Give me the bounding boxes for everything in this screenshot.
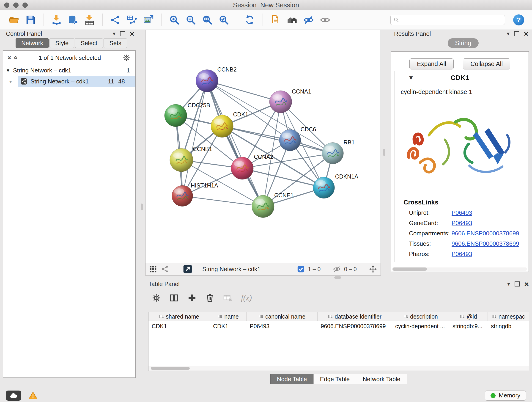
table-cell[interactable]: stringdb:9...	[449, 323, 488, 330]
network-edge[interactable]	[207, 81, 280, 102]
new-network-button[interactable]	[108, 13, 123, 27]
hide-selected-button[interactable]	[301, 13, 316, 27]
close-panel-icon[interactable]: ×	[524, 280, 529, 288]
tab-edge-table[interactable]: Edge Table	[313, 374, 356, 384]
first-neighbors-button[interactable]	[285, 13, 299, 27]
panel-menu-icon[interactable]: ▾	[113, 31, 115, 36]
minimize-window-button[interactable]	[13, 2, 19, 8]
save-session-button[interactable]	[23, 13, 38, 27]
export-image-button[interactable]	[141, 13, 156, 27]
open-document-button[interactable]	[268, 13, 283, 27]
network-node-RB1[interactable]	[322, 143, 343, 164]
panel-menu-icon[interactable]: ▾	[507, 31, 510, 36]
import-network-file-button[interactable]	[49, 13, 64, 27]
zoom-selected-button[interactable]	[216, 13, 231, 27]
close-panel-icon[interactable]: ×	[524, 30, 528, 38]
close-window-button[interactable]	[4, 2, 9, 8]
network-node-CCNA1[interactable]	[269, 90, 292, 113]
tab-select[interactable]: Select	[75, 38, 103, 48]
table-cell[interactable]: CDK1	[148, 323, 210, 330]
maximize-window-button[interactable]	[22, 2, 28, 8]
column-header[interactable]: canonical name	[247, 312, 317, 321]
network-node-CCNB1[interactable]	[170, 148, 193, 172]
new-network-from-table-button[interactable]	[125, 13, 139, 27]
crosslink-link[interactable]: P06493	[452, 220, 472, 227]
table-cell[interactable]: 9606.ENSP00000378699	[317, 323, 392, 330]
network-row[interactable]: ● String Network – cdk1 11 48	[3, 76, 135, 87]
tab-network[interactable]: Network	[16, 38, 49, 48]
network-node-CDK1[interactable]	[211, 115, 233, 138]
network-edge[interactable]	[222, 126, 333, 153]
crosslink-link[interactable]: 9606.ENSP00000378699	[452, 240, 519, 247]
network-node-CCNB2[interactable]	[196, 70, 218, 92]
left-splitter-handle[interactable]	[141, 204, 143, 211]
memory-button[interactable]: Memory	[485, 390, 526, 401]
collapse-card-icon[interactable]: ▼	[408, 74, 414, 81]
network-node-CCNE1[interactable]	[252, 195, 274, 218]
table-cell[interactable]: P06493	[247, 323, 317, 330]
crosslink-link[interactable]: 9606.ENSP00000378699	[452, 230, 519, 237]
add-column-icon[interactable]	[187, 293, 196, 303]
help-button[interactable]: ?	[513, 14, 524, 26]
pan-move-icon[interactable]	[369, 265, 377, 273]
zoom-in-button[interactable]	[167, 13, 182, 27]
close-panel-icon[interactable]: ×	[130, 30, 134, 38]
network-node-HIST1H1A[interactable]	[172, 185, 193, 206]
column-header[interactable]: shared name	[148, 312, 210, 321]
import-table-button[interactable]	[82, 13, 97, 27]
network-options-button[interactable]	[123, 54, 130, 62]
gene-card-header[interactable]: ▼ CDK1	[395, 71, 525, 84]
column-header[interactable]: database identifier	[317, 312, 392, 321]
selected-checkbox-icon[interactable]	[297, 265, 305, 273]
apply-layout-button[interactable]	[242, 13, 257, 27]
collapse-all-button[interactable]: Collapse All	[463, 58, 510, 70]
import-network-database-button[interactable]	[66, 13, 80, 27]
column-header[interactable]: namespac	[488, 312, 529, 321]
expand-all-icon[interactable]: »	[11, 56, 19, 60]
network-edge[interactable]	[182, 196, 263, 206]
network-node-CCNA2[interactable]	[231, 157, 253, 179]
selected-network-row[interactable]: String Network – cdk1 11 48	[18, 76, 135, 87]
column-header[interactable]: name	[210, 312, 247, 321]
tab-network-table[interactable]: Network Table	[356, 374, 407, 384]
float-panel-icon[interactable]	[514, 31, 519, 36]
network-edge[interactable]	[182, 81, 207, 196]
results-scrollbar-thumb[interactable]	[393, 268, 427, 271]
network-node-CDKN1A[interactable]	[313, 177, 335, 198]
table-row[interactable]: CDK1CDK1P064939606.ENSP00000378699cyclin…	[148, 321, 529, 331]
panel-menu-icon[interactable]: ▾	[507, 281, 510, 287]
network-overview-icon[interactable]	[161, 265, 169, 273]
float-panel-icon[interactable]	[120, 31, 125, 36]
right-splitter-handle[interactable]	[383, 149, 385, 156]
column-header[interactable]: description	[392, 312, 449, 321]
crosslink-link[interactable]: P06493	[452, 209, 472, 216]
open-session-button[interactable]	[7, 13, 22, 27]
table-cell[interactable]: stringdb	[488, 323, 529, 330]
tab-sets[interactable]: Sets	[104, 38, 127, 48]
table-horizontal-scrollbar[interactable]	[148, 366, 529, 370]
network-collection-row[interactable]: ▾ String Network – cdk1 1	[3, 65, 135, 76]
table-cell[interactable]: CDK1	[210, 323, 247, 330]
detach-view-icon[interactable]	[183, 264, 192, 274]
float-panel-icon[interactable]	[515, 281, 520, 287]
function-builder-button[interactable]: f(x)	[241, 294, 252, 302]
show-all-button[interactable]	[318, 13, 332, 27]
disclosure-triangle-icon[interactable]: ▾	[3, 67, 13, 74]
crosslink-link[interactable]: P06493	[452, 250, 472, 258]
warnings-button[interactable]	[27, 390, 39, 401]
network-node-CDC25B[interactable]	[165, 104, 187, 127]
tab-style[interactable]: Style	[50, 38, 74, 48]
table-cell[interactable]: cyclin-dependent ...	[392, 323, 449, 330]
table-settings-gear-icon[interactable]	[152, 293, 161, 303]
zoom-out-button[interactable]	[184, 13, 198, 27]
column-header[interactable]: @id	[449, 312, 488, 321]
search-input[interactable]	[402, 16, 502, 24]
delete-column-icon[interactable]	[205, 293, 215, 303]
grid-view-icon[interactable]	[149, 265, 157, 273]
results-tab-string[interactable]: String	[448, 38, 479, 48]
network-canvas[interactable]: CCNB2CCNA1CDC25BCDK1CDC6RB1CCNB1CCNA2CDK…	[146, 30, 380, 263]
hidden-eye-slash-icon[interactable]	[333, 265, 341, 273]
tab-node-table[interactable]: Node Table	[270, 374, 314, 384]
bottom-splitter-handle[interactable]	[334, 276, 341, 279]
expand-all-button[interactable]: Expand All	[409, 58, 454, 70]
